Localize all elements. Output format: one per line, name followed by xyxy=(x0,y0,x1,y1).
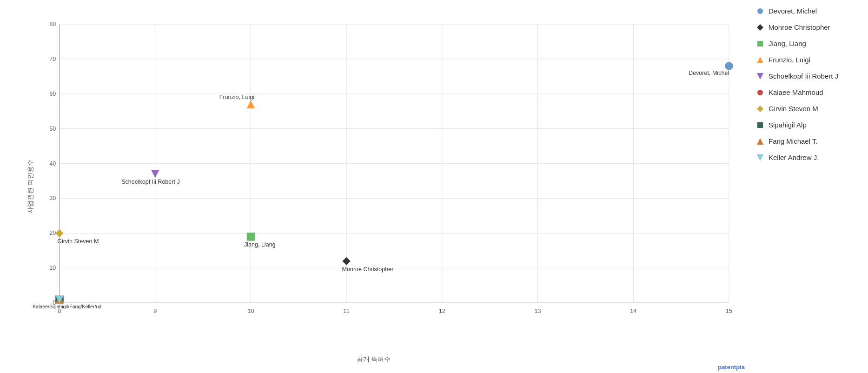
svg-text:30: 30 xyxy=(49,195,56,201)
legend-container: Devoret, MichelMonroe ChristopherJiang, … xyxy=(747,0,868,373)
svg-text:Schoelkopf Iii Robert J: Schoelkopf Iii Robert J xyxy=(121,179,180,185)
svg-text:11: 11 xyxy=(343,308,350,314)
legend-item: Fang Michael T. xyxy=(756,137,859,145)
legend-label: Kalaee Mahmoud xyxy=(769,88,823,96)
svg-marker-44 xyxy=(151,170,159,178)
svg-marker-62 xyxy=(757,154,763,161)
legend-item: Kalaee Mahmoud xyxy=(756,88,859,96)
legend-symbol xyxy=(756,89,764,96)
svg-text:60: 60 xyxy=(49,91,56,97)
svg-marker-42 xyxy=(247,100,255,108)
legend-symbol xyxy=(756,138,764,145)
legend-item: Sipahigil Alp xyxy=(756,121,859,129)
svg-marker-57 xyxy=(757,73,763,80)
legend-symbol xyxy=(756,7,764,15)
legend-symbol xyxy=(756,154,764,161)
legend-item: Devoret, Michel xyxy=(756,7,859,15)
svg-text:Devoret, Michel: Devoret, Michel xyxy=(689,70,729,76)
svg-text:12: 12 xyxy=(439,308,445,314)
svg-text:Jiang, Liang: Jiang, Liang xyxy=(244,241,276,248)
svg-text:20: 20 xyxy=(49,230,56,236)
legend-label: Sipahigil Alp xyxy=(769,121,807,129)
svg-text:40: 40 xyxy=(49,160,56,167)
svg-marker-38 xyxy=(342,257,350,265)
legend-item: Monroe Christopher xyxy=(756,23,859,31)
legend-symbol xyxy=(756,73,764,80)
watermark: patentpia xyxy=(718,364,745,371)
svg-text:Kalaee/Sipahigil/Fang/Keller/u: Kalaee/Sipahigil/Fang/Keller/ud xyxy=(33,304,101,309)
legend-item: Jiang, Liang xyxy=(756,40,859,47)
svg-text:80: 80 xyxy=(49,21,56,27)
legend-label: Girvin Steven M xyxy=(769,105,818,113)
svg-marker-61 xyxy=(757,138,763,145)
svg-point-58 xyxy=(757,90,763,95)
legend-label: Monroe Christopher xyxy=(769,23,830,31)
svg-point-36 xyxy=(725,62,733,70)
svg-marker-54 xyxy=(757,24,763,31)
legend-item: Girvin Steven M xyxy=(756,105,859,113)
legend-symbol xyxy=(756,56,764,64)
legend-label: Schoelkopf Iii Robert J xyxy=(769,72,838,80)
legend-symbol xyxy=(756,105,764,113)
legend-label: Devoret, Michel xyxy=(769,7,817,15)
svg-text:10: 10 xyxy=(49,265,56,271)
svg-text:13: 13 xyxy=(535,308,541,314)
legend-label: Frunzio, Luigi xyxy=(769,56,810,64)
legend-item: Frunzio, Luigi xyxy=(756,56,859,64)
scatter-chart: 0102030405060708089101112131415Devoret, … xyxy=(33,9,742,336)
svg-text:Frunzio, Luigi: Frunzio, Luigi xyxy=(219,94,254,100)
svg-text:9: 9 xyxy=(153,308,157,314)
svg-rect-55 xyxy=(757,41,763,47)
svg-point-53 xyxy=(757,8,763,14)
legend-item: Schoelkopf Iii Robert J xyxy=(756,72,859,80)
svg-marker-59 xyxy=(757,106,763,112)
svg-marker-47 xyxy=(55,229,63,237)
svg-text:Monroe Christopher: Monroe Christopher xyxy=(342,266,393,273)
svg-text:70: 70 xyxy=(49,56,56,62)
x-axis-label: 공개 특허수 xyxy=(357,355,391,364)
svg-rect-40 xyxy=(247,233,255,240)
svg-marker-56 xyxy=(757,57,763,63)
legend-item: Keller Andrew J. xyxy=(756,153,859,161)
legend-symbol xyxy=(756,40,764,47)
legend-label: Jiang, Liang xyxy=(769,40,806,47)
legend-label: Fang Michael T. xyxy=(769,137,818,145)
svg-text:50: 50 xyxy=(49,126,56,132)
legend-symbol xyxy=(756,24,764,31)
svg-text:10: 10 xyxy=(247,308,254,314)
svg-text:Girvin Steven M: Girvin Steven M xyxy=(57,238,99,245)
legend-symbol xyxy=(756,121,764,129)
svg-text:14: 14 xyxy=(630,308,636,314)
svg-rect-60 xyxy=(757,122,763,128)
chart-container: 사업관련 피인용수 010203040506070808910111213141… xyxy=(0,0,747,373)
y-axis-label: 사업관련 피인용수 xyxy=(27,160,35,213)
svg-text:15: 15 xyxy=(726,308,732,314)
legend-label: Keller Andrew J. xyxy=(769,153,819,161)
